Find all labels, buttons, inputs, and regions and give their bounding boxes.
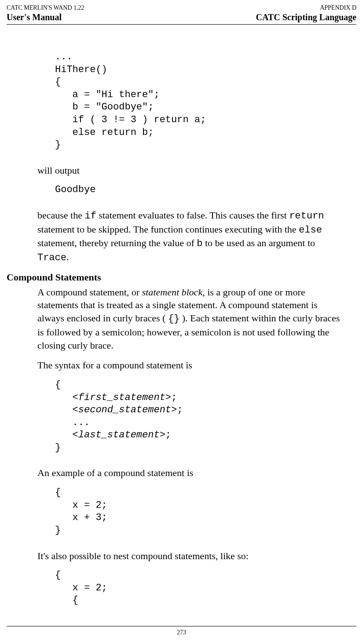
header-manual-title: User's Manual — [7, 12, 62, 22]
paragraph-compound-definition: A compound statement, or statement block… — [37, 286, 343, 352]
paragraph-example-intro: An example of a compound statement is — [37, 466, 343, 480]
page-number: 273 — [177, 629, 186, 636]
inline-code-else: else — [299, 225, 322, 236]
page-content: ... HiThere() { a = "Hi there"; b = "Goo… — [7, 25, 356, 607]
header-appendix: APPENDIX D — [320, 4, 356, 11]
header-top-row: CATC MERLIN'S WAND 1.22 APPENDIX D — [7, 4, 356, 11]
inline-code-return: return — [289, 211, 324, 222]
paragraph-syntax-intro: The syntax for a compound statement is — [37, 359, 343, 372]
code-block-syntax: { <first_statement>; <second_statement>;… — [55, 379, 343, 455]
inline-code-b: b — [197, 238, 202, 249]
header-language-title: CATC Scripting Language — [256, 12, 356, 22]
paragraph-because: because the if statement evaluates to fa… — [37, 209, 343, 265]
code-block-goodbye: Goodbye — [55, 184, 343, 196]
page-footer: 273 — [0, 626, 363, 636]
code-block-example: { x = 2; x + 3; } — [55, 487, 343, 537]
header-product-version: CATC MERLIN'S WAND 1.22 — [7, 4, 84, 11]
paragraph-nest-intro: It's also possible to nest compound stat… — [37, 549, 343, 563]
section-heading-compound-statements: Compound Statements — [7, 272, 343, 283]
inline-code-if: if — [85, 211, 96, 222]
inline-code-braces: {} — [168, 313, 180, 324]
header-bottom-row: User's Manual CATC Scripting Language — [7, 12, 356, 22]
code-block-nested: { x = 2; { — [55, 569, 343, 607]
inline-code-trace: Trace — [37, 252, 66, 263]
term-statement-block: statement block — [142, 287, 202, 298]
footer-divider — [7, 626, 356, 626]
will-output-text: will output — [37, 164, 343, 177]
code-block-hithere: ... HiThere() { a = "Hi there"; b = "Goo… — [55, 51, 343, 152]
